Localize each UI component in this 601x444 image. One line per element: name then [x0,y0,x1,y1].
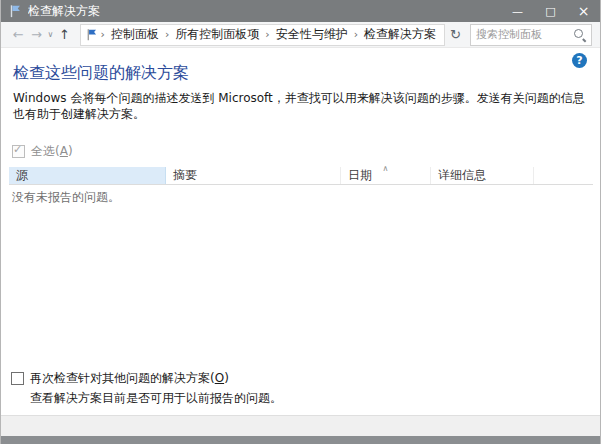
app-flag-icon [8,4,22,18]
history-dropdown-icon[interactable]: ∨ [46,30,56,39]
search-box[interactable] [470,24,592,46]
column-header-date-label: 日期 [348,167,372,184]
close-button[interactable]: × [567,0,600,22]
breadcrumb-flag-icon [85,28,98,41]
forward-icon[interactable]: → [27,27,45,42]
breadcrumb-separator[interactable]: › [352,28,360,41]
column-header-summary[interactable]: 摘要 [166,167,341,184]
recheck-mnemonic: O [215,371,224,385]
list-header: 源 摘要 日期∧ 详细信息 [9,167,593,185]
maximize-button[interactable]: □ [534,0,567,22]
window-footer [1,415,600,436]
help-icon[interactable]: ? [572,53,587,68]
navigation-bar: ← → ∨ ↑ › 控制面板 › 所有控制面板项 › 安全性与维护 › 检查解决… [1,22,600,48]
column-header-filler [534,167,593,184]
security-maintenance-window: 检查解决方案 — □ × ← → ∨ ↑ › 控制面板 › 所有控制面板项 › … [0,0,601,444]
recheck-label-post: ) [224,371,229,385]
empty-list-message: 没有未报告的问题。 [9,185,593,206]
recheck-label[interactable]: 再次检查针对其他问题的解决方案(O) [30,370,229,387]
column-header-source[interactable]: 源 [9,167,166,184]
breadcrumb-separator[interactable]: › [98,28,106,41]
column-header-details[interactable]: 详细信息 [431,167,534,184]
page-description: Windows 会将每个问题的描述发送到 Microsoft，并查找可以用来解决… [13,90,588,122]
search-icon[interactable] [573,28,586,41]
back-icon[interactable]: ← [9,27,27,42]
sort-ascending-icon: ∧ [383,165,389,173]
breadcrumb-item-check-solutions[interactable]: 检查解决方案 [360,26,440,43]
breadcrumb-item-security-maintenance[interactable]: 安全性与维护 [272,26,352,43]
column-header-date[interactable]: 日期∧ [341,167,431,184]
recheck-section: 再次检查针对其他问题的解决方案(O) 查看解决方案目前是否可用于以前报告的问题。 [1,370,600,415]
breadcrumb[interactable]: › 控制面板 › 所有控制面板项 › 安全性与维护 › 检查解决方案 ∨ [80,24,444,46]
minimize-button[interactable]: — [501,0,534,22]
breadcrumb-separator[interactable]: › [263,28,271,41]
select-all-label-post: ) [68,144,73,158]
refresh-icon[interactable]: ↻ [445,27,466,42]
problems-list: 源 摘要 日期∧ 详细信息 没有未报告的问题。 [9,167,593,206]
checkmark-icon: ✓ [13,143,22,156]
select-all-mnemonic: A [60,144,68,158]
select-all-label: 全选(A) [31,143,73,160]
recheck-description: 查看解决方案目前是否可用于以前报告的问题。 [30,391,600,406]
window-title: 检查解决方案 [28,3,501,20]
titlebar[interactable]: 检查解决方案 — □ × [1,0,600,22]
main-content: ? 检查这些问题的解决方案 Windows 会将每个问题的描述发送到 Micro… [1,48,600,415]
up-icon[interactable]: ↑ [55,27,73,42]
recheck-row: 再次检查针对其他问题的解决方案(O) [11,370,600,387]
recheck-checkbox[interactable] [11,372,24,385]
select-all-row: ✓ 全选(A) [12,143,600,160]
select-all-checkbox[interactable]: ✓ [12,145,25,158]
breadcrumb-separator[interactable]: › [163,28,171,41]
breadcrumb-item-all-items[interactable]: 所有控制面板项 [171,26,263,43]
recheck-label-pre: 再次检查针对其他问题的解决方案( [30,371,215,385]
page-title: 检查这些问题的解决方案 [13,62,588,83]
window-bottom-edge [1,436,600,444]
select-all-label-pre: 全选( [31,144,60,158]
breadcrumb-item-control-panel[interactable]: 控制面板 [107,26,163,43]
search-input[interactable] [476,28,573,41]
